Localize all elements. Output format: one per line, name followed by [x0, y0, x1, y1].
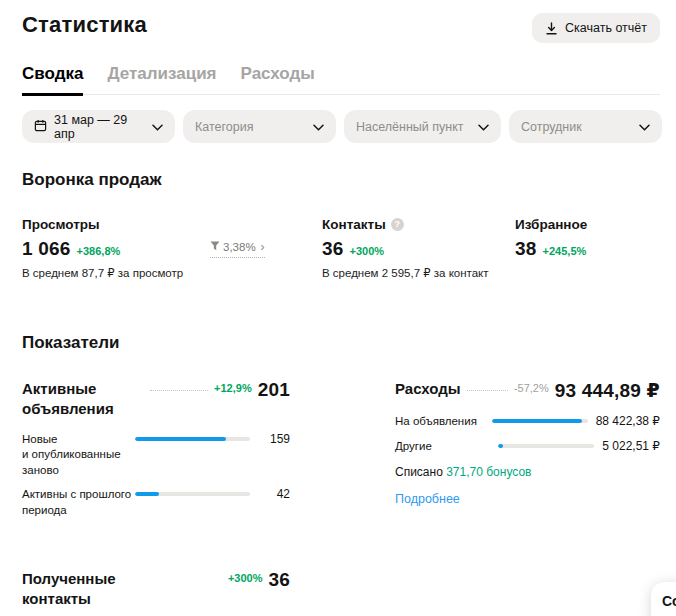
progress-fill: [492, 419, 583, 423]
dotted-leader: [467, 379, 508, 391]
progress-track: [135, 492, 250, 496]
progress-track: [498, 444, 594, 448]
progress-fill: [498, 444, 503, 448]
metric-contacts: Контакты ? 36 +300% В среднем 2 595,7 ₽ …: [322, 217, 515, 280]
date-range-value: 31 мар — 29 апр: [54, 113, 144, 141]
cookie-banner-text: Со: [662, 593, 676, 609]
block-active-listings-change: +12,9%: [214, 382, 252, 394]
category-placeholder: Категория: [195, 120, 253, 134]
statistics-page: Статистика Скачать отчёт Сводка Детализа…: [0, 0, 676, 616]
block-received-contacts-title: Полученные контакты: [22, 569, 144, 610]
block-expenses-title: Расходы: [395, 379, 461, 399]
calendar-icon: [34, 119, 47, 135]
location-placeholder: Населённый пункт: [356, 120, 464, 134]
indicators-heading: Показатели: [22, 333, 660, 353]
progress-fill: [135, 492, 159, 496]
bonus-amount: 371,70 бонусов: [446, 465, 531, 479]
employee-placeholder: Сотрудник: [521, 120, 582, 134]
location-filter[interactable]: Населённый пункт: [344, 110, 501, 143]
block-received-contacts-total: 36: [268, 569, 290, 591]
chevron-right-icon: ›: [261, 240, 265, 254]
metric-contacts-label: Контакты: [322, 217, 386, 232]
row-label: Другие: [395, 439, 498, 455]
tab-details[interactable]: Детализация: [107, 64, 216, 96]
chevron-down-icon: [152, 120, 163, 134]
metric-contacts-value: 36: [322, 238, 344, 260]
table-row: Активны с прошлого периода 42: [22, 487, 290, 518]
metric-views-change: +386,8%: [77, 245, 121, 257]
block-active-listings: Активные объявления +12,9% 201 Новые и о…: [22, 379, 290, 527]
funnel-icon: [210, 241, 220, 253]
chevron-down-icon: [313, 120, 324, 134]
funnel-metrics: Просмотры 1 066 +386,8% В среднем 87,7 ₽…: [22, 217, 660, 280]
cookie-banner[interactable]: Со: [651, 582, 676, 616]
download-report-label: Скачать отчёт: [565, 21, 647, 35]
row-value: 88 422,38 ₽: [596, 414, 660, 428]
bonus-prefix: Списано: [395, 465, 443, 479]
tab-expenses[interactable]: Расходы: [241, 64, 315, 96]
download-icon: [545, 22, 558, 35]
row-value: 42: [256, 487, 290, 501]
block-expenses-total: 93 444,89 ₽: [555, 379, 660, 402]
row-label: Новые и опубликованные заново: [22, 432, 135, 479]
metric-views-value: 1 066: [22, 238, 71, 260]
metric-favorites-change: +245,5%: [543, 245, 587, 257]
details-link[interactable]: Подробнее: [395, 492, 460, 506]
metric-favorites: Избранное 38 +245,5%: [515, 217, 587, 260]
block-active-listings-title: Активные объявления: [22, 379, 144, 420]
indicators-grid: Активные объявления +12,9% 201 Новые и о…: [22, 379, 660, 616]
funnel-conversion: 3,38% ›: [210, 217, 322, 258]
tab-summary[interactable]: Сводка: [22, 64, 83, 96]
metric-contacts-caption: В среднем 2 595,7 ₽ за контакт: [322, 266, 515, 280]
row-value: 5 022,51 ₽: [602, 439, 660, 453]
table-row: Новые и опубликованные заново 159: [22, 432, 290, 479]
help-icon[interactable]: ?: [391, 218, 404, 231]
page-title: Статистика: [22, 12, 147, 38]
table-row: Другие 5 022,51 ₽: [395, 439, 660, 455]
block-active-listings-total: 201: [258, 379, 290, 401]
block-expenses-change: -57,2%: [514, 382, 549, 394]
category-filter[interactable]: Категория: [183, 110, 336, 143]
filters-row: 31 мар — 29 апр Категория Населённый пун…: [22, 110, 660, 143]
block-received-contacts-change: +300%: [228, 572, 263, 584]
page-header: Статистика Скачать отчёт: [22, 12, 660, 43]
funnel-heading: Воронка продаж: [22, 170, 660, 190]
tabs-bar: Сводка Детализация Расходы: [22, 64, 660, 95]
metric-contacts-change: +300%: [350, 245, 385, 257]
chevron-down-icon: [639, 120, 650, 134]
progress-track: [492, 419, 588, 423]
date-range-filter[interactable]: 31 мар — 29 апр: [22, 110, 175, 143]
dotted-leader: [150, 379, 208, 391]
conversion-chip[interactable]: 3,38% ›: [210, 240, 265, 258]
metric-views-label: Просмотры: [22, 217, 210, 232]
metric-views-caption: В среднем 87,7 ₽ за просмотр: [22, 266, 210, 280]
bonus-line: Списано 371,70 бонусов: [395, 465, 660, 479]
block-expenses: Расходы -57,2% 93 444,89 ₽ На объявления…: [395, 379, 660, 507]
metric-favorites-value: 38: [515, 238, 537, 260]
conversion-value: 3,38%: [223, 241, 256, 253]
metric-views: Просмотры 1 066 +386,8% В среднем 87,7 ₽…: [22, 217, 210, 280]
row-value: 159: [256, 432, 290, 446]
download-report-button[interactable]: Скачать отчёт: [532, 13, 660, 43]
row-label: На объявления: [395, 414, 492, 430]
block-received-contacts: Полученные контакты +300% 36 Посмотрели …: [22, 569, 290, 616]
row-label: Активны с прошлого периода: [22, 487, 135, 518]
progress-track: [135, 437, 250, 441]
metric-favorites-label: Избранное: [515, 217, 587, 232]
progress-fill: [135, 437, 226, 441]
employee-filter[interactable]: Сотрудник: [509, 110, 662, 143]
chevron-down-icon: [478, 120, 489, 134]
table-row: На объявления 88 422,38 ₽: [395, 414, 660, 430]
